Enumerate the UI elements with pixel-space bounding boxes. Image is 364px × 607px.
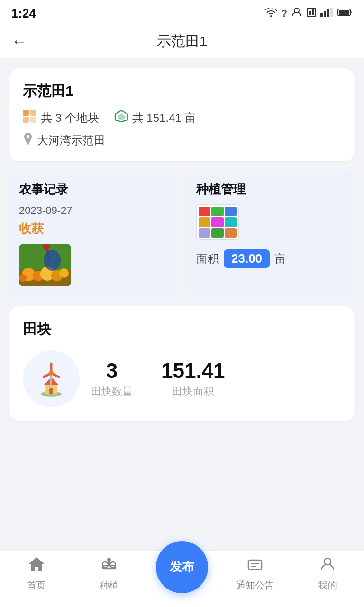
svg-rect-12 — [23, 117, 29, 123]
svg-rect-7 — [330, 8, 333, 17]
svg-point-40 — [107, 558, 111, 561]
notice-label: 通知公告 — [236, 579, 274, 592]
total-area-text: 共 151.41 亩 — [132, 110, 196, 126]
block-count-stat: 共 3 个地块 — [23, 110, 99, 126]
grid-cell-5 — [211, 217, 223, 227]
two-col-cards: 农事记录 2023-09-27 收获 — [9, 171, 355, 297]
field-stats: 3 田块数量 151.41 田块面积 — [91, 359, 225, 399]
field-area-value: 151.41 — [161, 359, 225, 383]
grid-cell-2 — [211, 207, 223, 216]
status-icons: ? — [264, 7, 353, 20]
farm-location: 大河湾示范田 — [23, 133, 341, 148]
svg-rect-30 — [49, 388, 53, 394]
nav-home[interactable]: 首页 — [10, 556, 63, 592]
svg-rect-41 — [248, 560, 262, 570]
svg-rect-3 — [312, 9, 314, 15]
svg-rect-31 — [50, 374, 52, 386]
status-bar: 1:24 ? — [0, 0, 364, 25]
nav-mine[interactable]: 我的 — [301, 556, 354, 592]
page-title: 示范田1 — [157, 32, 208, 51]
svg-point-23 — [19, 274, 27, 282]
svg-rect-6 — [327, 9, 329, 17]
field-item: 3 田块数量 151.41 田块面积 — [23, 350, 341, 407]
wifi-icon — [264, 8, 278, 19]
mine-icon — [319, 556, 336, 576]
main-content: 示范田1 共 3 个地块 共 151.41 亩 大河湾示范田 — [0, 59, 364, 506]
planting-management-card[interactable]: 种植管理 面积 23.00 亩 — [187, 171, 355, 297]
svg-rect-5 — [324, 11, 326, 17]
home-icon — [28, 556, 45, 576]
farm-stats: 共 3 个地块 共 151.41 亩 — [23, 110, 341, 126]
planting-management-title: 种植管理 — [196, 181, 345, 198]
svg-rect-11 — [30, 110, 36, 116]
svg-rect-2 — [309, 11, 311, 15]
field-count-stat: 3 田块数量 — [91, 359, 133, 399]
area-stat: 共 151.41 亩 — [114, 110, 196, 126]
planting-image — [196, 204, 239, 240]
publish-label: 发布 — [170, 559, 194, 575]
field-count-value: 3 — [106, 359, 118, 383]
grid-cell-7 — [199, 228, 210, 238]
svg-rect-10 — [23, 110, 29, 116]
bottom-nav: 首页 种植 发布 通知公告 我的 — [0, 550, 364, 607]
svg-marker-15 — [118, 113, 125, 120]
area-value: 23.00 — [224, 249, 270, 268]
fields-card: 田块 — [9, 306, 355, 421]
back-button[interactable]: ← — [11, 33, 27, 50]
farm-name: 示范田1 — [23, 82, 341, 101]
farm-record-image — [19, 244, 71, 286]
top-nav: ← 示范田1 — [0, 25, 364, 59]
planting-area: 面积 23.00 亩 — [196, 249, 345, 268]
field-area-stat: 151.41 田块面积 — [161, 359, 225, 399]
area-icon — [114, 110, 128, 126]
svg-rect-13 — [30, 117, 36, 123]
mine-label: 我的 — [318, 579, 337, 592]
svg-point-35 — [49, 371, 54, 376]
battery-icon — [337, 8, 353, 19]
svg-point-37 — [102, 562, 108, 568]
grid-cell-8 — [211, 228, 223, 238]
user-icon — [291, 7, 302, 20]
harvest-image-svg — [19, 244, 71, 286]
svg-rect-9 — [339, 10, 349, 15]
status-time: 1:24 — [11, 6, 36, 21]
publish-button[interactable]: 发布 — [156, 541, 208, 593]
svg-point-22 — [59, 268, 69, 278]
area-unit: 亩 — [274, 251, 286, 267]
svg-point-26 — [44, 250, 61, 271]
farm-record-type: 收获 — [19, 221, 168, 237]
grid-icon — [23, 110, 37, 126]
field-icon-circle — [23, 350, 80, 407]
farm-info-card: 示范田1 共 3 个地块 共 151.41 亩 大河湾示范田 — [9, 68, 355, 161]
plant-icon — [100, 556, 118, 576]
farm-record-title: 农事记录 — [19, 181, 168, 198]
question-icon: ? — [282, 8, 287, 19]
plant-label: 种植 — [100, 579, 118, 592]
grid-cell-1 — [199, 207, 210, 216]
notice-icon — [246, 556, 264, 576]
nav-notice[interactable]: 通知公告 — [229, 556, 281, 592]
grid-cell-9 — [225, 228, 237, 238]
farm-record-date: 2023-09-27 — [19, 204, 168, 217]
field-area-label: 田块面积 — [172, 385, 214, 399]
svg-point-38 — [110, 562, 116, 568]
area-label: 面积 — [196, 251, 219, 267]
block-count-text: 共 3 个地块 — [41, 110, 99, 126]
fields-section-title: 田块 — [23, 320, 341, 339]
signal-icon — [320, 8, 334, 19]
farm-record-card[interactable]: 农事记录 2023-09-27 收获 — [9, 171, 177, 297]
field-count-label: 田块数量 — [91, 385, 133, 399]
windmill-icon — [32, 360, 70, 398]
location-text: 大河湾示范田 — [37, 133, 105, 148]
nav-plant[interactable]: 种植 — [83, 556, 135, 592]
svg-rect-1 — [307, 8, 316, 17]
sim-icon — [306, 7, 317, 20]
grid-cell-4 — [199, 217, 210, 227]
grid-cell-6 — [225, 217, 237, 227]
home-label: 首页 — [27, 579, 46, 592]
grid-cell-3 — [225, 207, 237, 216]
svg-rect-4 — [320, 13, 323, 17]
location-icon — [23, 133, 33, 148]
